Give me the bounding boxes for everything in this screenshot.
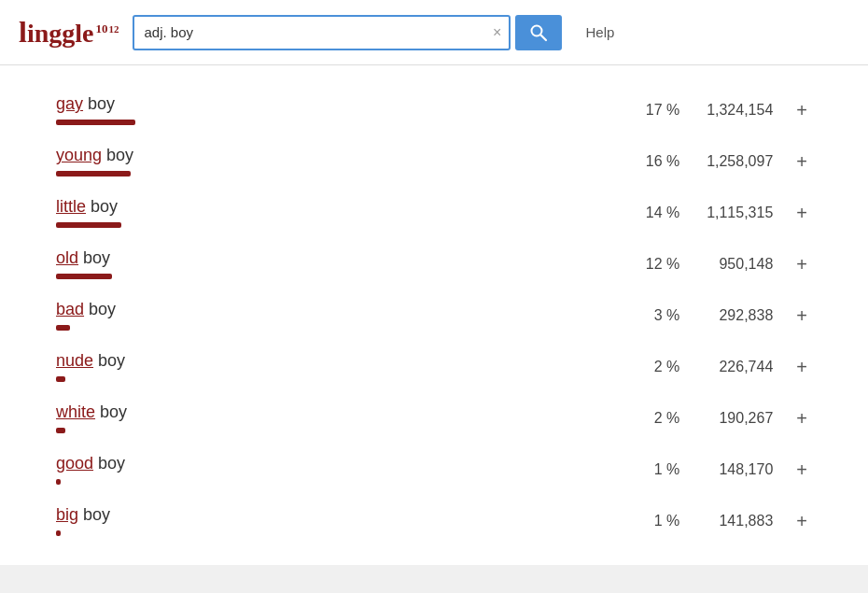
frequency-bar — [56, 479, 61, 485]
noun-word: boy — [100, 402, 127, 421]
svg-line-1 — [541, 35, 547, 40]
phrase-text: white boy — [56, 402, 614, 422]
result-row: good boy 1 % 148,170 + — [56, 444, 812, 495]
adjective-word[interactable]: gay — [56, 94, 83, 113]
phrase-container: gay boy — [56, 94, 614, 125]
frequency-bar — [56, 171, 131, 176]
clear-button[interactable]: × — [485, 25, 509, 40]
add-button[interactable]: + — [791, 152, 812, 171]
count-value: 292,838 — [689, 307, 791, 324]
search-input-wrapper: × — [133, 15, 511, 50]
main-content: gay boy 17 % 1,324,154 + young boy — [0, 65, 868, 565]
phrase-text: young boy — [56, 146, 614, 165]
noun-word: boy — [88, 94, 115, 113]
phrase-text: bad boy — [56, 300, 614, 319]
adjective-word[interactable]: big — [56, 505, 78, 524]
result-row: bad boy 3 % 292,838 + — [56, 289, 812, 341]
phrase-container: little boy — [56, 197, 614, 228]
phrase-text: gay boy — [56, 94, 614, 114]
count-value: 226,744 — [689, 359, 791, 375]
noun-word: boy — [91, 197, 118, 216]
header: linggle1012 × Help — [0, 0, 868, 65]
result-row: little boy 14 % 1,115,315 + — [56, 187, 812, 238]
add-button[interactable]: + — [791, 409, 812, 428]
result-row: nude boy 2 % 226,744 + — [56, 341, 812, 392]
noun-word: boy — [83, 248, 110, 267]
count-value: 950,148 — [689, 256, 791, 273]
count-value: 141,883 — [689, 513, 791, 529]
noun-word: boy — [98, 454, 125, 473]
frequency-bar-container — [56, 274, 168, 279]
frequency-bar-container — [56, 479, 168, 485]
adjective-word[interactable]: young — [56, 146, 102, 164]
add-button[interactable]: + — [791, 460, 812, 479]
noun-word: boy — [106, 146, 133, 164]
add-button[interactable]: + — [791, 358, 812, 376]
search-icon — [529, 23, 548, 42]
add-button[interactable]: + — [791, 255, 812, 274]
phrase-text: old boy — [56, 248, 614, 268]
frequency-bar — [56, 530, 61, 536]
phrase-container: big boy — [56, 505, 614, 536]
frequency-bar — [56, 428, 65, 433]
help-link[interactable]: Help — [585, 24, 614, 40]
adjective-word[interactable]: white — [56, 402, 95, 421]
adjective-word[interactable]: old — [56, 248, 78, 267]
frequency-bar-container — [56, 325, 168, 331]
logo: linggle1012 — [19, 15, 119, 49]
count-value: 1,324,154 — [689, 102, 791, 119]
count-value: 1,258,097 — [689, 153, 791, 170]
logo-text: linggle1012 — [19, 15, 119, 49]
add-button[interactable]: + — [791, 306, 812, 325]
count-value: 190,267 — [689, 410, 791, 427]
adjective-word[interactable]: good — [56, 454, 93, 473]
frequency-bar-container — [56, 376, 168, 382]
result-row: old boy 12 % 950,148 + — [56, 238, 812, 289]
frequency-bar — [56, 120, 135, 125]
percent-value: 14 % — [614, 205, 689, 221]
phrase-text: good boy — [56, 454, 614, 473]
search-button[interactable] — [515, 15, 562, 50]
frequency-bar — [56, 274, 112, 279]
noun-word: boy — [89, 300, 116, 318]
phrase-container: white boy — [56, 402, 614, 433]
result-row: big boy 1 % 141,883 + — [56, 495, 812, 546]
percent-value: 2 % — [614, 410, 689, 427]
add-button[interactable]: + — [791, 204, 812, 222]
count-value: 148,170 — [689, 461, 791, 478]
phrase-container: bad boy — [56, 300, 614, 331]
adjective-word[interactable]: little — [56, 197, 86, 216]
phrase-container: nude boy — [56, 351, 614, 382]
frequency-bar — [56, 325, 70, 331]
frequency-bar-container — [56, 222, 168, 228]
percent-value: 16 % — [614, 153, 689, 170]
frequency-bar-container — [56, 428, 168, 433]
percent-value: 1 % — [614, 513, 689, 529]
add-button[interactable]: + — [791, 101, 812, 120]
count-value: 1,115,315 — [689, 205, 791, 221]
frequency-bar-container — [56, 120, 168, 125]
add-button[interactable]: + — [791, 512, 812, 530]
adjective-word[interactable]: bad — [56, 300, 84, 318]
search-container: × — [133, 15, 562, 50]
result-row: young boy 16 % 1,258,097 + — [56, 135, 812, 187]
percent-value: 1 % — [614, 461, 689, 478]
phrase-text: little boy — [56, 197, 614, 217]
frequency-bar — [56, 376, 65, 382]
phrase-text: nude boy — [56, 351, 614, 371]
result-row: white boy 2 % 190,267 + — [56, 392, 812, 444]
percent-value: 12 % — [614, 256, 689, 273]
phrase-text: big boy — [56, 505, 614, 525]
percent-value: 3 % — [614, 307, 689, 324]
noun-word: boy — [98, 351, 125, 370]
frequency-bar — [56, 222, 121, 228]
frequency-bar-container — [56, 171, 168, 176]
adjective-word[interactable]: nude — [56, 351, 93, 370]
noun-word: boy — [83, 505, 110, 524]
percent-value: 17 % — [614, 102, 689, 119]
phrase-container: old boy — [56, 248, 614, 279]
phrase-container: young boy — [56, 146, 614, 176]
percent-value: 2 % — [614, 359, 689, 375]
search-input[interactable] — [134, 20, 485, 45]
phrase-container: good boy — [56, 454, 614, 485]
